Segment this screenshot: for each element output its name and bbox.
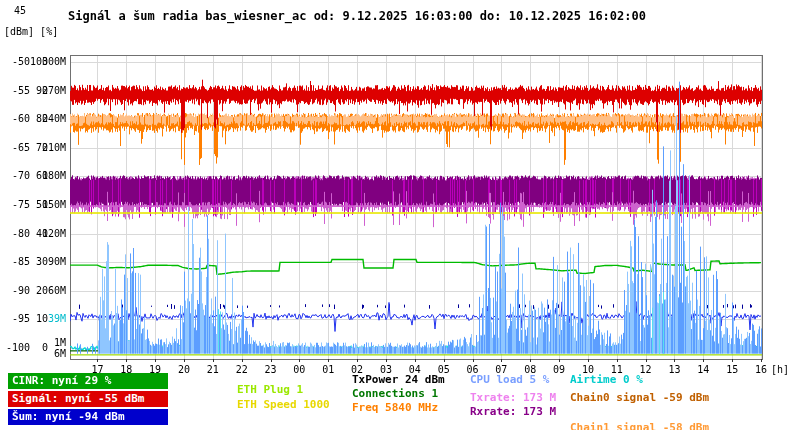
y-axis-unit-label: [dBm] [%] <box>4 26 66 37</box>
legend-text-chain1: Chain1 signal -58 dBm <box>570 421 709 430</box>
x-axis-hour-label: 20 <box>175 364 193 375</box>
legend-text-connections: Connections 1 <box>352 387 438 400</box>
x-axis-hour-label: 00 <box>290 364 308 375</box>
legend-text-airtime: Airtime 0 % <box>570 373 643 386</box>
y-axis-label: -95 <box>2 313 30 324</box>
y-axis-label: 180M <box>40 170 66 181</box>
x-axis-hour-label: 23 <box>262 364 280 375</box>
y-axis-label: -60 <box>2 113 30 124</box>
x-axis-unit-label: [h] <box>768 364 792 375</box>
y-axis-label: -85 <box>2 256 30 267</box>
y-axis-label: 150M <box>40 199 66 210</box>
y-axis-extra-rate-label: 1M <box>40 337 66 348</box>
y-axis-label: 210M <box>40 142 66 153</box>
y-axis-label: 6M <box>40 348 66 359</box>
legend-box-signal: Signál: nyní -55 dBm <box>8 391 168 407</box>
legend-box-cinr: CINR: nyní 29 % <box>8 373 168 389</box>
y-axis-label: 120M <box>40 228 66 239</box>
legend-text-eth-plug: ETH Plug 1 <box>237 383 303 396</box>
page-title: Signál a šum radia bas_wiesner_ac od: 9.… <box>68 9 646 23</box>
x-axis-hour-label: 14 <box>694 364 712 375</box>
y-axis-label: 240M <box>40 113 66 124</box>
y-axis-label: -50 <box>2 56 30 67</box>
x-axis-hour-label: 21 <box>204 364 222 375</box>
x-axis-hour-label: 15 <box>723 364 741 375</box>
y-axis-label: 270M <box>40 85 66 96</box>
y-axis-label: 39M <box>40 313 66 324</box>
legend-text-txpower: TxPower 24 dBm <box>352 373 445 386</box>
y-axis-label: -80 <box>2 228 30 239</box>
legend-text-eth-speed: ETH Speed 1000 <box>237 398 330 411</box>
signal-noise-graph-page: Signál a šum radia bas_wiesner_ac od: 9.… <box>0 0 800 430</box>
x-axis-hour-label: 01 <box>319 364 337 375</box>
x-axis-hour-label: 22 <box>233 364 251 375</box>
legend-text-txrate: Txrate: 173 M <box>470 391 556 404</box>
y-axis-label: 90M <box>40 256 66 267</box>
legend-text-chain0: Chain0 signal -59 dBm <box>570 391 709 404</box>
y-axis-label: -70 <box>2 170 30 181</box>
y-axis-label: -75 <box>2 199 30 210</box>
y-axis-label: 60M <box>40 285 66 296</box>
y-axis-label: -65 <box>2 142 30 153</box>
y-axis-label: -90 <box>2 285 30 296</box>
legend-text-freq: Freq 5840 MHz <box>352 401 438 414</box>
legend-text-cpu-load: CPU load 5 % <box>470 373 549 386</box>
legend-box-sum: Šum: nyní -94 dBm <box>8 409 168 425</box>
x-axis-hour-label: 16 <box>752 364 770 375</box>
legend-text-rxrate: Rxrate: 173 M <box>470 405 556 418</box>
y-axis-label: -55 <box>2 85 30 96</box>
x-axis-hour-label: 09 <box>550 364 568 375</box>
y-axis-label: -100 <box>2 342 30 353</box>
y-axis-top-small-label: 45 <box>14 5 34 16</box>
y-axis-label: 300M <box>40 56 66 67</box>
x-axis-hour-label: 13 <box>665 364 683 375</box>
